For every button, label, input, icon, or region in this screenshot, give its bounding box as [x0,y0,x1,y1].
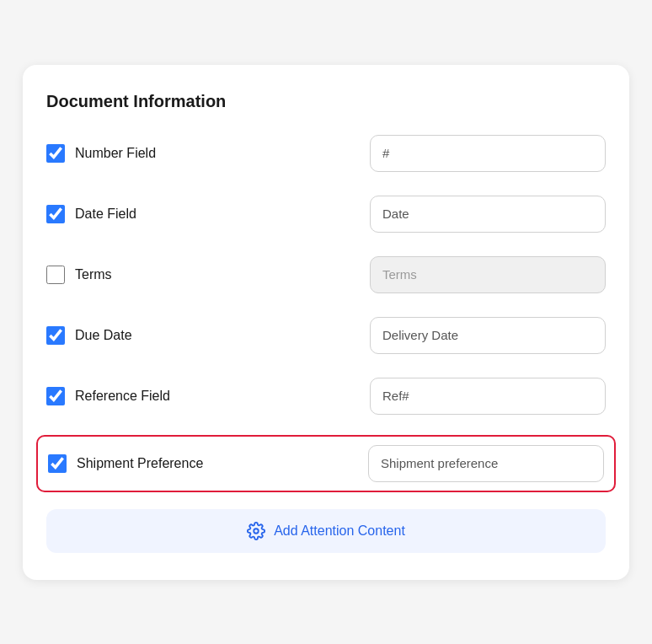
reference-field-label: Reference Field [75,389,170,404]
reference-field-checkbox-wrapper [46,387,65,405]
date-field-row: Date Field [46,192,606,236]
document-information-card: Document Information Number FieldDate Fi… [23,65,629,580]
due-date-field-checkbox-wrapper [46,326,65,345]
due-date-field-row: Due Date [46,314,606,357]
terms-field-label: Terms [75,267,112,282]
reference-field-row: Reference Field [46,374,606,418]
add-attention-button[interactable]: Add Attention Content [46,509,606,553]
reference-field-label-group: Reference Field [46,387,215,405]
date-field-input[interactable] [370,196,606,233]
number-field-checkbox[interactable] [46,144,65,163]
number-field-checkbox-wrapper [46,144,65,163]
number-field-label-group: Number Field [46,144,215,163]
shipment-preference-field-label: Shipment Preference [77,456,203,471]
shipment-preference-field-checkbox[interactable] [48,454,67,473]
terms-field-checkbox[interactable] [46,266,65,284]
section-title: Document Information [46,92,606,111]
number-field-input[interactable] [370,135,606,172]
date-field-checkbox-wrapper [46,205,65,223]
terms-field-row: Terms [46,253,606,297]
number-field-row: Number Field [46,131,606,175]
reference-field-checkbox[interactable] [46,387,65,405]
date-field-label: Date Field [75,207,136,222]
date-field-checkbox[interactable] [46,205,65,223]
reference-field-input[interactable] [370,378,606,415]
due-date-field-input[interactable] [370,317,606,354]
date-field-label-group: Date Field [46,205,215,223]
shipment-preference-field-input[interactable] [368,445,604,482]
number-field-label: Number Field [75,146,156,161]
svg-point-0 [254,529,259,534]
due-date-field-checkbox[interactable] [46,326,65,345]
shipment-preference-field-label-group: Shipment Preference [48,454,216,473]
add-attention-label: Add Attention Content [274,523,405,539]
shipment-preference-field-checkbox-wrapper [48,454,67,473]
terms-field-checkbox-wrapper [46,266,65,284]
shipment-preference-field-row: Shipment Preference [36,435,616,492]
due-date-field-label-group: Due Date [46,326,215,345]
terms-field-label-group: Terms [46,266,215,284]
terms-field-input [370,256,606,293]
due-date-field-label: Due Date [75,328,132,343]
gear-icon [247,522,265,540]
